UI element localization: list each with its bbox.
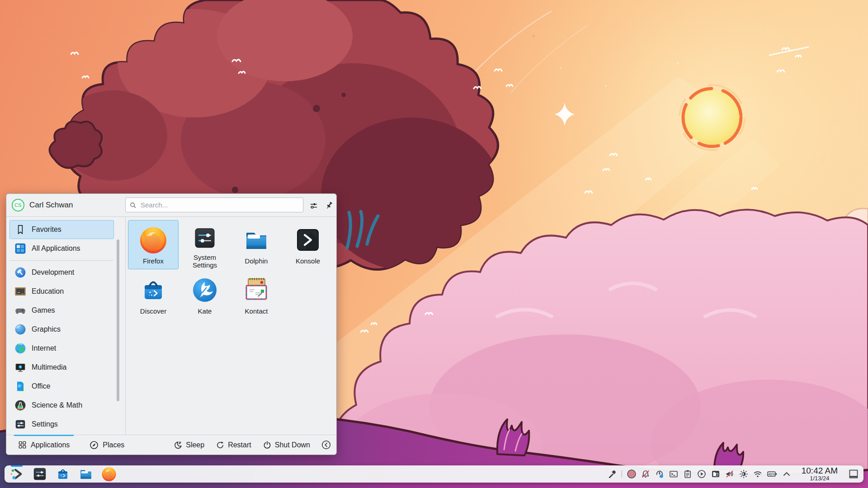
clock-time: 10:42 AM bbox=[802, 466, 838, 475]
dolphin-icon bbox=[242, 225, 271, 254]
discover-icon bbox=[139, 276, 168, 305]
app-label: Firefox bbox=[143, 257, 164, 265]
sidebar-item-multimedia[interactable]: Multimedia bbox=[9, 358, 114, 377]
application-launcher-menu: CS Carl Schwan bbox=[6, 193, 337, 455]
bookmark-icon bbox=[14, 224, 26, 235]
games-icon bbox=[14, 305, 26, 316]
launcher-footer: Applications Places Sleep bbox=[6, 435, 336, 455]
education-icon bbox=[14, 286, 26, 297]
system-settings-icon bbox=[32, 466, 47, 482]
expand-tray-icon[interactable] bbox=[782, 469, 791, 479]
sidebar-item-label: Development bbox=[32, 268, 74, 277]
category-sidebar: Favorites All Applications bbox=[6, 217, 126, 435]
sidebar-scrollbar[interactable] bbox=[117, 239, 119, 401]
taskbar-firefox[interactable] bbox=[101, 465, 117, 483]
sidebar-item-science-math[interactable]: Science & Math bbox=[9, 396, 114, 415]
sidebar-item-label: Games bbox=[32, 306, 55, 314]
sidebar-item-label: Office bbox=[32, 382, 51, 390]
taskbar-system-settings[interactable] bbox=[32, 465, 47, 483]
avatar[interactable]: CS bbox=[12, 199, 24, 211]
configure-button[interactable] bbox=[308, 200, 319, 211]
app-konsole[interactable]: Konsole bbox=[283, 220, 333, 269]
dolphin-icon bbox=[78, 466, 94, 482]
wifi-icon[interactable] bbox=[753, 469, 762, 479]
pin-icon bbox=[325, 201, 334, 210]
kontact-icon bbox=[242, 276, 271, 305]
color-picker-icon[interactable] bbox=[608, 469, 617, 479]
app-system-settings[interactable]: System Settings bbox=[179, 220, 230, 269]
app-kontact[interactable]: Kontact bbox=[231, 270, 282, 319]
peek-desktop-button[interactable] bbox=[849, 469, 858, 479]
clock-date: 1/13/24 bbox=[802, 475, 838, 482]
app-label: Kontact bbox=[245, 307, 268, 315]
sidebar-item-all-applications[interactable]: All Applications bbox=[9, 239, 114, 258]
app-dolphin[interactable]: Dolphin bbox=[231, 220, 282, 269]
notifications-muted-icon[interactable] bbox=[641, 469, 650, 479]
session-actions: Sleep Restart Shut Down bbox=[174, 440, 331, 450]
action-label: Sleep bbox=[186, 441, 204, 449]
sidebar-item-label: Science & Math bbox=[32, 401, 82, 409]
sidebar-item-label: Favorites bbox=[32, 225, 61, 234]
tab-label: Places bbox=[103, 441, 124, 449]
avatar-initials: CS bbox=[14, 202, 21, 208]
updates-available-icon[interactable] bbox=[655, 469, 664, 479]
applications-tab-icon bbox=[18, 441, 27, 449]
kate-icon bbox=[190, 276, 219, 305]
sidebar-item-settings[interactable]: Settings bbox=[9, 415, 114, 434]
tab-places[interactable]: Places bbox=[83, 435, 131, 455]
clipboard-icon[interactable] bbox=[683, 469, 692, 479]
digital-clock[interactable]: 10:42 AM 1/13/24 bbox=[802, 466, 838, 481]
internet-icon bbox=[14, 343, 26, 354]
tab-label: Applications bbox=[31, 441, 70, 449]
search-input[interactable] bbox=[140, 201, 299, 209]
sidebar-item-office[interactable]: Office bbox=[9, 377, 114, 396]
sleep-icon bbox=[174, 441, 183, 450]
tray-separator bbox=[622, 470, 622, 478]
picked-color-swatch[interactable] bbox=[627, 469, 636, 479]
sidebar-item-graphics[interactable]: Graphics bbox=[9, 320, 114, 339]
configure-icon bbox=[309, 201, 318, 210]
audio-muted-icon[interactable] bbox=[725, 469, 734, 479]
launcher-body: Favorites All Applications bbox=[6, 217, 336, 435]
sidebar-item-label: Education bbox=[32, 287, 64, 296]
restart-button[interactable]: Restart bbox=[216, 441, 251, 450]
konsole-icon bbox=[293, 225, 322, 254]
app-firefox[interactable]: Firefox bbox=[128, 220, 179, 269]
action-label: Restart bbox=[228, 441, 251, 449]
app-label: Kate bbox=[198, 307, 212, 315]
sidebar-item-label: Settings bbox=[32, 420, 58, 428]
shutdown-button[interactable]: Shut Down bbox=[263, 441, 310, 450]
sidebar-item-games[interactable]: Games bbox=[9, 301, 114, 320]
taskbar-discover[interactable] bbox=[55, 465, 71, 483]
sidebar-separator bbox=[10, 260, 113, 261]
sidebar-item-development[interactable]: Development bbox=[9, 263, 114, 282]
app-label: Discover bbox=[140, 307, 166, 315]
battery-icon[interactable]: 46% bbox=[767, 469, 777, 479]
sidebar-item-education[interactable]: Education bbox=[9, 282, 114, 301]
app-label: System Settings bbox=[181, 253, 228, 269]
office-icon bbox=[14, 380, 26, 392]
taskbar-dolphin[interactable] bbox=[78, 465, 94, 483]
action-label: Shut Down bbox=[275, 441, 310, 449]
app-discover[interactable]: Discover bbox=[128, 270, 179, 319]
brightness-icon[interactable] bbox=[739, 469, 748, 479]
favorites-grid: Firefox System Settings Dolphin Konsole bbox=[128, 220, 333, 319]
discover-icon bbox=[55, 466, 71, 482]
app-label: Konsole bbox=[296, 257, 320, 265]
sidebar-item-favorites[interactable]: Favorites bbox=[9, 220, 114, 239]
app-kate[interactable]: Kate bbox=[179, 270, 230, 319]
media-player-icon[interactable] bbox=[697, 469, 706, 479]
apps-grid-icon bbox=[14, 243, 26, 254]
firefox-icon bbox=[101, 466, 117, 482]
multimedia-icon bbox=[14, 361, 26, 373]
restart-icon bbox=[216, 441, 225, 450]
vault-icon[interactable] bbox=[711, 469, 720, 479]
application-launcher-button[interactable] bbox=[9, 465, 24, 483]
terminal-tray-icon[interactable] bbox=[669, 469, 678, 479]
sleep-button[interactable]: Sleep bbox=[174, 441, 204, 450]
keep-open-pin-button[interactable] bbox=[324, 200, 335, 211]
tab-applications[interactable]: Applications bbox=[12, 435, 76, 455]
sidebar-item-internet[interactable]: Internet bbox=[9, 339, 114, 358]
leave-button[interactable] bbox=[321, 440, 331, 450]
search-box[interactable] bbox=[125, 197, 303, 212]
